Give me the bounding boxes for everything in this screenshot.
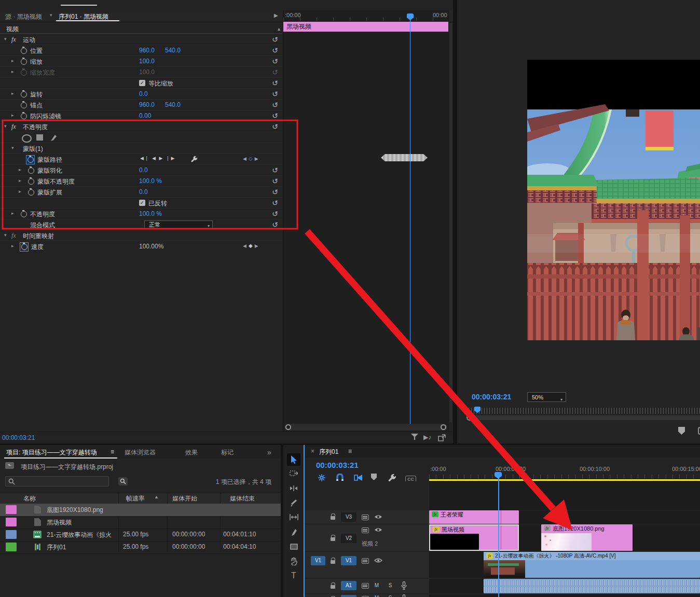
twirl-open-icon[interactable]: ▾ bbox=[4, 36, 7, 41]
solo-button[interactable]: S bbox=[387, 582, 394, 589]
column-media-end[interactable]: 媒体结束 bbox=[230, 494, 255, 503]
lock-icon[interactable] bbox=[331, 582, 336, 589]
column-media-start[interactable]: 媒体开始 bbox=[172, 494, 197, 503]
twirl-closed-icon[interactable]: ▸ bbox=[19, 167, 21, 172]
reset-icon[interactable]: ↺ bbox=[272, 122, 278, 131]
twirl-open-icon[interactable]: ▾ bbox=[11, 145, 14, 150]
source-patch-v1[interactable]: V1 bbox=[311, 556, 325, 565]
label-color-chip[interactable] bbox=[6, 530, 17, 539]
reset-icon[interactable]: ↺ bbox=[272, 166, 278, 174]
reset-icon[interactable]: ↺ bbox=[272, 210, 278, 218]
timeline-timecode[interactable]: 00:00:03:21 bbox=[316, 461, 359, 469]
sort-ascending-icon[interactable]: ▲ bbox=[154, 494, 159, 499]
panel-menu-icon[interactable]: ≡ bbox=[111, 448, 114, 455]
column-name[interactable]: 名称 bbox=[23, 494, 36, 503]
filter-properties-icon[interactable] bbox=[411, 434, 418, 440]
search-bin-button[interactable] bbox=[118, 477, 128, 485]
mask-opacity-value[interactable]: 100.0 % bbox=[139, 177, 162, 185]
keyframe-navigator[interactable]: ◀◇▶ bbox=[243, 156, 260, 161]
project-item-row[interactable]: 黑场视频 bbox=[0, 516, 281, 529]
clip-yunying-audio[interactable]: fx bbox=[484, 579, 700, 593]
reset-icon[interactable]: ↺ bbox=[272, 220, 278, 229]
effect-controls-timecode[interactable]: 00:00:03:21 bbox=[2, 434, 35, 441]
tab-sequence-01[interactable]: 序列01 bbox=[319, 448, 338, 456]
program-timecode[interactable]: 00:00:03:21 bbox=[472, 393, 511, 401]
label-color-chip[interactable] bbox=[6, 505, 17, 514]
mask-path-keyframe-segment[interactable] bbox=[381, 154, 428, 161]
stopwatch-icon[interactable] bbox=[21, 211, 27, 217]
play-audio-icon[interactable]: ▶♪ bbox=[423, 434, 431, 441]
rectangle-tool[interactable] bbox=[287, 540, 300, 553]
stopwatch-icon[interactable] bbox=[21, 102, 27, 108]
type-tool[interactable]: T bbox=[287, 570, 300, 582]
track-a1-button[interactable]: A1 bbox=[341, 581, 356, 590]
microphone-icon[interactable] bbox=[401, 594, 407, 597]
twirl-closed-icon[interactable]: ▸ bbox=[11, 243, 14, 248]
ruler-ticks[interactable] bbox=[283, 18, 449, 21]
twirl-closed-icon[interactable]: ▸ bbox=[11, 211, 14, 216]
sync-lock-icon[interactable] bbox=[362, 558, 369, 564]
reset-icon[interactable]: ↺ bbox=[272, 57, 278, 65]
horizontal-zoom-scrollbar[interactable] bbox=[284, 424, 447, 431]
twirl-closed-icon[interactable]: ▸ bbox=[11, 91, 14, 96]
pen-mask-tool-icon[interactable] bbox=[50, 134, 58, 142]
mute-button[interactable]: M bbox=[373, 594, 380, 597]
track-v1-button[interactable]: V1 bbox=[341, 556, 356, 565]
reset-icon[interactable]: ↺ bbox=[272, 199, 278, 207]
scale-value[interactable]: 100.0 bbox=[139, 58, 155, 65]
ripple-edit-tool[interactable] bbox=[287, 482, 300, 495]
stopwatch-icon[interactable] bbox=[28, 168, 34, 174]
anti-flicker-value[interactable]: 0.00 bbox=[139, 112, 151, 119]
sync-lock-icon[interactable] bbox=[362, 515, 369, 520]
stopwatch-active-box[interactable] bbox=[26, 155, 35, 164]
clip-wangzhe[interactable]: fx王者荣耀 bbox=[429, 510, 519, 524]
lock-icon[interactable] bbox=[331, 558, 336, 564]
column-fps[interactable]: 帧速率 bbox=[126, 494, 145, 503]
effect-motion[interactable]: ▾ fx 运动 ↺ bbox=[0, 34, 282, 45]
tab-markers[interactable]: 标记 bbox=[221, 448, 234, 457]
razor-tool[interactable] bbox=[287, 497, 300, 509]
effect-time-remapping[interactable]: ▾ fx 时间重映射 bbox=[0, 230, 282, 241]
label-color-chip[interactable] bbox=[6, 543, 17, 551]
insert-as-nest-icon[interactable] bbox=[318, 474, 328, 482]
timeline-settings-wrench-icon[interactable] bbox=[388, 474, 399, 482]
sync-lock-icon[interactable] bbox=[362, 583, 369, 589]
work-area-bar[interactable] bbox=[429, 479, 700, 481]
twirl-closed-icon[interactable]: ▸ bbox=[11, 113, 14, 118]
project-item-row[interactable]: 底图1920X1080.png bbox=[0, 504, 281, 517]
snap-magnet-icon[interactable] bbox=[336, 474, 346, 482]
reset-icon[interactable]: ↺ bbox=[272, 112, 278, 120]
twirl-open-icon[interactable]: ▾ bbox=[4, 232, 7, 238]
track-v3-button[interactable]: V3 bbox=[341, 512, 356, 522]
track-a2-button[interactable]: A2 bbox=[341, 595, 356, 597]
rotation-value[interactable]: 0.0 bbox=[139, 90, 148, 98]
reset-icon[interactable]: ↺ bbox=[272, 101, 278, 109]
microphone-icon[interactable] bbox=[401, 581, 407, 590]
slip-tool[interactable] bbox=[287, 511, 300, 524]
stopwatch-icon[interactable] bbox=[28, 178, 34, 185]
eye-icon[interactable] bbox=[374, 558, 382, 563]
button-editor-icon[interactable] bbox=[698, 427, 700, 435]
add-marker-icon[interactable] bbox=[678, 427, 685, 435]
wrench-icon[interactable] bbox=[191, 156, 198, 163]
stopwatch-icon[interactable] bbox=[28, 189, 34, 196]
vertical-scrollbar[interactable] bbox=[449, 23, 452, 422]
project-item-row[interactable]: 21-云缨故事动画《掠火 25.00 fps 00:00:00:00 00:04… bbox=[0, 529, 281, 542]
reset-icon[interactable]: ↺ bbox=[272, 188, 278, 196]
zoom-handle-right[interactable] bbox=[441, 424, 446, 430]
mute-button[interactable]: M bbox=[373, 582, 380, 589]
mask-path-transport-controls[interactable]: ◀❘ ◀ ▶ ❘▶ bbox=[140, 156, 175, 161]
pen-tool[interactable] bbox=[287, 526, 300, 538]
track-select-forward-tool[interactable] bbox=[287, 468, 300, 480]
track-v2-button[interactable]: V2 bbox=[341, 534, 356, 543]
program-zoom-handle[interactable] bbox=[466, 414, 473, 421]
panel-menu-icon[interactable]: ≡ bbox=[348, 448, 352, 455]
sync-lock-icon[interactable] bbox=[362, 527, 369, 533]
stopwatch-active-box[interactable] bbox=[20, 242, 29, 252]
rectangle-mask-tool-icon[interactable] bbox=[36, 134, 43, 141]
eye-icon[interactable] bbox=[374, 527, 382, 533]
ellipse-mask-tool-icon[interactable] bbox=[22, 134, 32, 143]
keyframe-navigator[interactable]: ◀◆▶ bbox=[243, 243, 260, 248]
stopwatch-icon[interactable] bbox=[21, 91, 27, 98]
project-item-row[interactable]: 序列01 25.00 fps 00:00:00:00 00:04:04:10 bbox=[0, 541, 281, 554]
